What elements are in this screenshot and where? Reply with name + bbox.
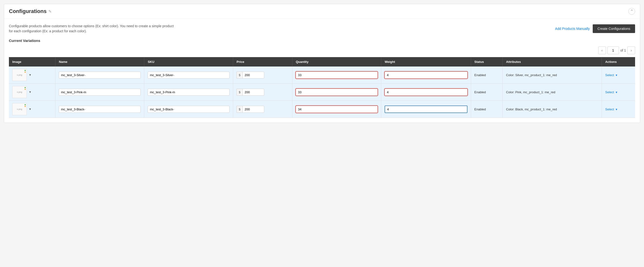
page-number-input[interactable] [608,47,619,54]
image-cell-content: x.png ▼ [12,69,52,81]
col-weight: Weight [381,57,471,67]
quantity-cell [292,84,381,101]
col-name: Name [56,57,144,67]
select-button[interactable]: Select ▼ [605,107,618,111]
weight-cell [381,67,471,84]
select-arrow-icon: ▼ [614,91,618,94]
dot-orange [24,106,26,107]
prev-page-button[interactable]: ‹ [598,47,606,54]
col-actions: Actions [602,57,635,67]
table-header: Image Name SKU Price Quantity Weight Sta… [9,57,635,67]
image-label: x.png [17,91,22,93]
quantity-input[interactable] [296,106,378,113]
panel-header: Configurations ✎ ⌃ [4,4,640,19]
price-cell-content: $ [236,72,289,79]
weight-input[interactable] [384,89,467,96]
dot-green [24,70,26,71]
variations-title: Current Variations [9,39,635,43]
image-status-dots [24,87,26,90]
col-image: Image [9,57,56,67]
price-symbol: $ [236,72,242,79]
attributes-cell: Color: Pink, mc_product_1: me_red [503,84,602,101]
add-products-manually-button[interactable]: Add Products Manually [555,27,590,31]
create-configurations-button[interactable]: Create Configurations [593,24,635,33]
next-page-button[interactable]: › [628,47,635,54]
image-label: x.png [17,108,22,110]
quantity-cell [292,67,381,84]
description-row: Configurable products allow customers to… [9,24,635,34]
image-dropdown-button[interactable]: ▼ [28,107,32,111]
attributes-value: Color: Black, mc_product_1: me_red [506,107,557,111]
product-image: x.png [12,86,27,98]
attributes-cell: Color: Silver, mc_product_1: me_red [503,67,602,84]
status-value: Enabled [474,107,486,111]
image-status-dots [24,70,26,73]
sku-input[interactable] [148,89,230,96]
dot-orange [24,89,26,90]
name-cell [56,101,144,118]
status-cell: Enabled [471,101,503,118]
status-value: Enabled [474,73,486,77]
price-input[interactable] [242,89,264,96]
actions-cell: Select ▼ [602,84,635,101]
select-button[interactable]: Select ▼ [605,73,618,77]
actions-cell: Select ▼ [602,67,635,84]
weight-cell [381,101,471,118]
configurations-panel: Configurations ✎ ⌃ Configurable products… [4,4,640,123]
image-dropdown-button[interactable]: ▼ [28,90,32,94]
panel-title: Configurations [9,8,46,15]
status-cell: Enabled [471,67,503,84]
image-cell: x.png ▼ [9,101,56,118]
weight-input[interactable] [384,106,467,113]
table-body: x.png ▼ $ EnabledColor: Silver, mc_produ… [9,67,635,118]
col-status: Status [471,57,503,67]
weight-cell [381,84,471,101]
sku-cell [144,101,233,118]
image-cell: x.png ▼ [9,67,56,84]
status-cell: Enabled [471,84,503,101]
attributes-value: Color: Silver, mc_product_1: me_red [506,73,557,77]
quantity-cell [292,101,381,118]
description-text: Configurable products allow customers to… [9,24,178,34]
attributes-value: Color: Pink, mc_product_1: me_red [506,90,555,94]
sku-cell [144,67,233,84]
action-buttons: Add Products Manually Create Configurati… [555,24,635,33]
pagination-row: ‹ of 1 › [9,47,635,54]
price-cell-content: $ [236,89,289,96]
price-cell-content: $ [236,106,289,113]
price-cell: $ [233,67,292,84]
image-cell-content: x.png ▼ [12,86,52,98]
variations-table: Image Name SKU Price Quantity Weight Sta… [9,57,635,118]
col-price: Price [233,57,292,67]
image-dropdown-button[interactable]: ▼ [28,73,32,77]
attributes-cell: Color: Black, mc_product_1: me_red [503,101,602,118]
sku-cell [144,84,233,101]
name-cell [56,84,144,101]
product-image: x.png [12,103,27,115]
name-cell [56,67,144,84]
select-button[interactable]: Select ▼ [605,90,618,94]
price-cell: $ [233,101,292,118]
name-input[interactable] [59,89,141,96]
price-input[interactable] [242,106,264,113]
name-input[interactable] [59,72,141,79]
panel-body: Configurable products allow customers to… [4,19,640,123]
quantity-input[interactable] [296,89,378,96]
select-arrow-icon: ▼ [614,108,618,111]
price-symbol: $ [236,89,242,96]
quantity-input[interactable] [296,72,378,79]
name-input[interactable] [59,106,141,113]
sku-input[interactable] [148,72,230,79]
status-value: Enabled [474,90,486,94]
image-status-dots [24,104,26,107]
collapse-icon[interactable]: ⌃ [628,8,635,15]
table-row: x.png ▼ $ EnabledColor: Black, mc_produc… [9,101,635,118]
table-row: x.png ▼ $ EnabledColor: Silver, mc_produ… [9,67,635,84]
sku-input[interactable] [148,106,230,113]
edit-icon[interactable]: ✎ [48,9,52,14]
weight-input[interactable] [384,72,467,79]
price-cell: $ [233,84,292,101]
price-input[interactable] [242,72,264,79]
panel-title-group: Configurations ✎ [9,8,52,15]
select-arrow-icon: ▼ [614,74,618,77]
